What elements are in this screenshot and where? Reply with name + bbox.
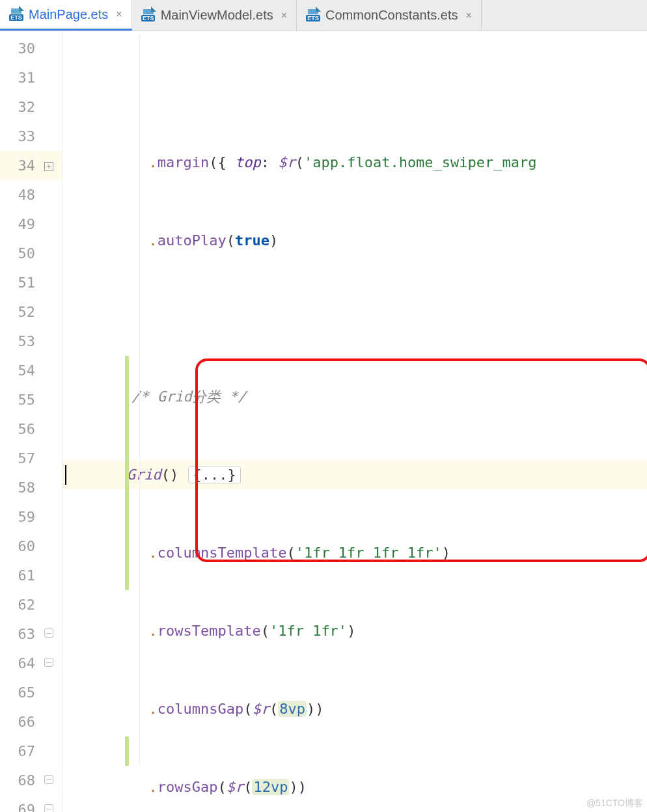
ets-file-icon: ETS [141,8,156,23]
fold-collapse-icon[interactable] [44,775,53,784]
line-number: 34 [0,157,39,174]
line-number: 33 [0,128,39,144]
line-number: 68 [0,772,39,789]
close-icon[interactable]: × [465,10,471,21]
code-editor[interactable]: 30 31 32 33 34+ 48 49 50 51 52 53 54 55 … [0,31,647,812]
line-number: 54 [0,362,39,379]
line-number: 57 [0,450,39,467]
tab-mainviewmodel[interactable]: ETS MainViewModel.ets × [132,0,297,31]
line-number: 66 [0,714,39,730]
code-line: .rowsTemplate('1fr 1fr') [62,616,647,645]
code-line [62,304,647,333]
code-area[interactable]: .margin({ top: $r('app.float.home_swiper… [62,31,647,812]
line-number: 52 [0,304,39,320]
change-marker [125,737,129,766]
folded-region[interactable]: {...} [188,466,240,483]
fold-collapse-icon[interactable] [44,658,53,667]
line-number: 59 [0,509,39,525]
line-number: 32 [0,99,39,115]
line-number: 69 [0,802,39,812]
line-number: 63 [0,626,39,642]
line-number: 30 [0,40,39,57]
indent-guide [139,34,140,766]
tab-bar: ETS MainPage.ets × ETS MainViewModel.ets… [0,0,647,31]
tab-label: CommonConstants.ets [325,8,458,23]
line-number: 61 [0,567,39,584]
fold-collapse-icon[interactable] [44,804,53,812]
line-number: 50 [0,245,39,262]
code-line: .margin({ top: $r('app.float.home_swiper… [62,148,647,177]
line-number: 60 [0,538,39,554]
code-line: .autoPlay(true) [62,226,647,255]
line-number: 65 [0,684,39,701]
line-number: 49 [0,216,39,232]
close-icon[interactable]: × [281,10,287,21]
line-number: 48 [0,187,39,203]
ets-file-icon: ETS [306,8,320,23]
close-icon[interactable]: × [116,8,122,20]
code-line: .columnsGap($r(8vp)) [62,694,647,724]
fold-collapse-icon[interactable] [44,629,53,638]
watermark: @51CTO博客 [586,798,643,809]
line-number: 56 [0,421,39,437]
tab-commonconstants[interactable]: ETS CommonConstants.ets × [297,0,482,31]
line-number: 64 [0,655,39,671]
gutter: 30 31 32 33 34+ 48 49 50 51 52 53 54 55 … [0,31,62,812]
line-number: 31 [0,70,39,86]
line-number: 55 [0,392,39,408]
tab-mainpage[interactable]: ETS MainPage.ets × [0,0,132,31]
tab-label: MainPage.ets [29,7,108,22]
code-line: .rowsGap($r(12vp)) [62,772,647,802]
line-number: 53 [0,333,39,349]
code-line: /* Grid分类 */ [62,382,647,411]
change-marker [125,356,129,590]
line-number: 67 [0,743,39,759]
line-number: 58 [0,480,39,496]
tab-label: MainViewModel.ets [161,8,273,23]
line-number: 51 [0,275,39,291]
line-number: 62 [0,597,39,613]
code-line: Grid() {...} [62,460,647,489]
fold-expand-icon[interactable]: + [44,162,53,171]
code-line: .columnsTemplate('1fr 1fr 1fr 1fr') [62,538,647,567]
ets-file-icon: ETS [9,7,23,21]
